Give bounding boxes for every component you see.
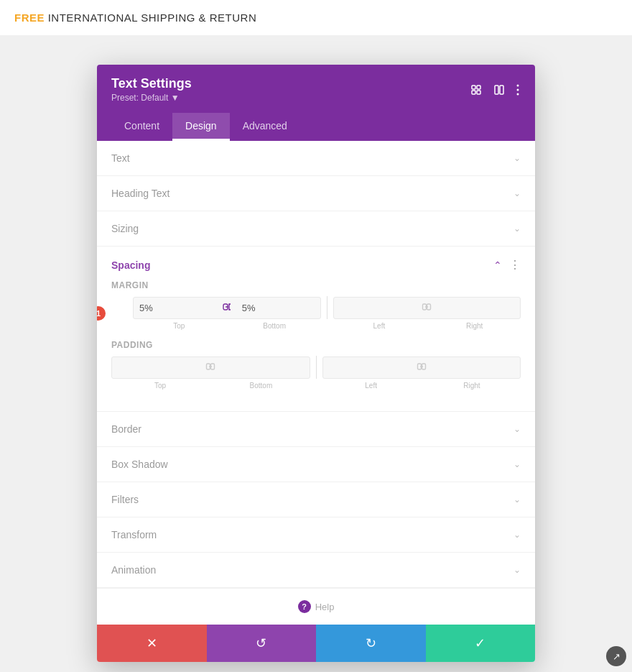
padding-tb-link-icon [201, 362, 220, 372]
svg-rect-3 [477, 91, 480, 94]
margin-labels-row: Top Bottom Left Right [133, 322, 521, 330]
transform-section-label: Transform [111, 529, 157, 540]
padding-bottom-input[interactable] [220, 357, 309, 378]
svg-point-8 [517, 93, 519, 95]
padding-label: Padding [111, 340, 521, 350]
padding-right-label: Right [423, 382, 521, 390]
margin-top-label: Top [133, 322, 226, 330]
animation-chevron-icon: ⌄ [514, 565, 521, 575]
animation-section-row[interactable]: Animation ⌄ [97, 553, 535, 588]
svg-rect-1 [477, 86, 480, 89]
cancel-button[interactable]: ✕ [97, 625, 207, 662]
tab-advanced[interactable]: Advanced [230, 113, 300, 141]
svg-rect-0 [472, 86, 475, 89]
padding-right-input[interactable] [431, 357, 520, 378]
spacing-more-icon[interactable]: ⋮ [509, 258, 521, 272]
tab-design[interactable]: Design [172, 113, 230, 141]
margin-lr-link-icon [417, 303, 436, 313]
svg-rect-2 [472, 91, 475, 94]
save-icon: ✓ [475, 635, 485, 651]
expand-icon-button[interactable] [469, 83, 483, 97]
margin-inputs-row [133, 296, 521, 319]
padding-left-label: Left [322, 382, 420, 390]
text-section-label: Text [111, 152, 130, 164]
help-label: Help [315, 602, 335, 612]
spacing-title: Spacing [111, 259, 150, 271]
margin-left-label: Left [333, 322, 426, 330]
modal-title: Text Settings [111, 76, 192, 91]
tab-content[interactable]: Content [111, 113, 172, 141]
help-icon: ? [298, 600, 311, 613]
columns-icon-button[interactable] [492, 83, 506, 97]
margin-right-input[interactable] [436, 298, 520, 318]
tabs-row: Content Design Advanced [97, 113, 535, 141]
redo-icon: ↻ [366, 635, 376, 651]
heading-text-section-row[interactable]: Heading Text ⌄ [97, 176, 535, 211]
margin-top-input-pair [133, 297, 321, 319]
border-section-label: Border [111, 423, 141, 435]
transform-section-row[interactable]: Transform ⌄ [97, 517, 535, 553]
padding-lr-link-icon [412, 362, 431, 372]
badge-number: 1 [97, 306, 106, 321]
heading-text-section-label: Heading Text [111, 188, 169, 199]
box-shadow-section-label: Box Shadow [111, 459, 168, 470]
margin-top-input[interactable] [134, 298, 218, 318]
padding-top-label: Top [111, 382, 209, 390]
box-shadow-chevron-icon: ⌄ [514, 459, 521, 469]
transform-chevron-icon: ⌄ [514, 530, 521, 540]
padding-lr-input-pair [322, 356, 521, 379]
save-button[interactable]: ✓ [426, 625, 536, 662]
margin-lr-input-pair [333, 297, 521, 319]
filters-section-label: Filters [111, 494, 139, 505]
margin-bottom-input[interactable] [236, 298, 320, 318]
modal-body: Text ⌄ Heading Text ⌄ Sizing ⌄ Spacing ⌃… [97, 141, 535, 625]
margin-link-icon[interactable] [218, 303, 236, 313]
corner-expand-icon[interactable]: ↗ [606, 646, 626, 666]
box-shadow-section-row[interactable]: Box Shadow ⌄ [97, 447, 535, 482]
padding-inputs-wrapper: Top Bottom Left Right [111, 356, 521, 390]
padding-left-input[interactable] [323, 357, 412, 378]
animation-section-label: Animation [111, 564, 156, 576]
padding-labels-row: Top Bottom Left Right [111, 382, 521, 390]
sizing-chevron-icon: ⌄ [514, 224, 521, 234]
text-section-chevron-icon: ⌄ [514, 153, 521, 163]
more-options-icon-button[interactable] [515, 83, 521, 97]
free-label: FREE [14, 11, 45, 24]
border-chevron-icon: ⌄ [514, 424, 521, 434]
svg-rect-5 [500, 86, 503, 94]
padding-top-input-pair [111, 356, 310, 379]
margin-inputs-wrapper: 1 [111, 296, 521, 330]
spacing-header: Spacing ⌃ ⋮ [111, 247, 521, 280]
margin-bottom-label: Bottom [228, 322, 321, 330]
help-row[interactable]: ? Help [97, 588, 535, 625]
border-section-row[interactable]: Border ⌄ [97, 412, 535, 447]
reset-button[interactable]: ↺ [207, 625, 317, 662]
margin-left-input[interactable] [334, 298, 418, 318]
spacing-collapse-icon[interactable]: ⌃ [493, 259, 502, 271]
banner-text: INTERNATIONAL SHIPPING & RETURN [45, 11, 256, 24]
spacing-section: Spacing ⌃ ⋮ Margin 1 [97, 247, 535, 412]
margin-divider [327, 296, 327, 319]
padding-top-input[interactable] [112, 357, 201, 378]
spacing-header-actions: ⌃ ⋮ [493, 258, 521, 272]
padding-inputs-row [111, 356, 521, 379]
modal-header-left: Text Settings Preset: Default ▼ [111, 76, 192, 103]
filters-chevron-icon: ⌄ [514, 494, 521, 505]
svg-rect-4 [495, 86, 498, 94]
modal-header-actions [469, 83, 521, 97]
svg-point-6 [517, 84, 519, 86]
sizing-section-row[interactable]: Sizing ⌄ [97, 211, 535, 247]
margin-label: Margin [111, 280, 521, 290]
reset-icon: ↺ [256, 635, 266, 651]
padding-divider [316, 356, 317, 379]
modal-footer: ✕ ↺ ↻ ✓ [97, 625, 535, 662]
modal-preset[interactable]: Preset: Default ▼ [111, 93, 192, 103]
heading-text-chevron-icon: ⌄ [514, 188, 521, 198]
cancel-icon: ✕ [147, 635, 157, 651]
redo-button[interactable]: ↻ [316, 625, 426, 662]
modal-header: Text Settings Preset: Default ▼ [97, 65, 535, 113]
padding-bottom-label: Bottom [212, 382, 310, 390]
filters-section-row[interactable]: Filters ⌄ [97, 482, 535, 517]
text-section-row[interactable]: Text ⌄ [97, 141, 535, 176]
svg-point-7 [517, 88, 519, 91]
